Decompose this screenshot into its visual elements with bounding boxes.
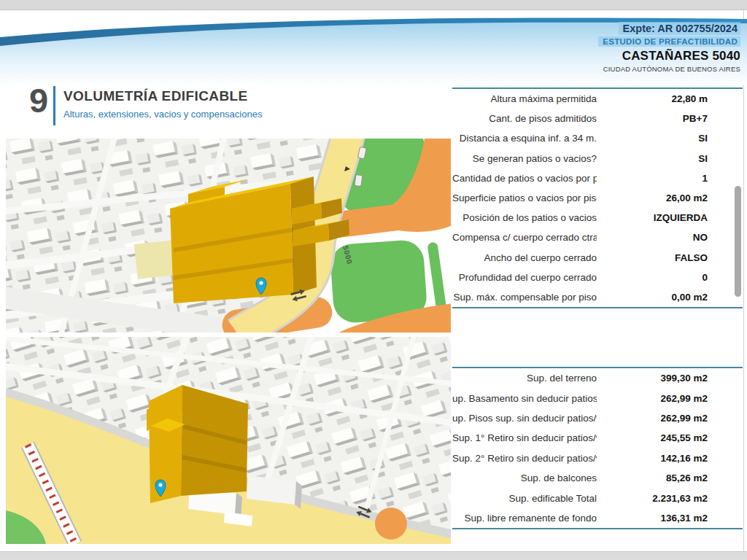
map-3d-bottom bbox=[6, 337, 451, 544]
row-label: Sup. 1° Retiro sin deducir patios/vacios bbox=[452, 432, 597, 443]
section-title: VOLUMETRÍA EDIFICABLE bbox=[63, 88, 248, 104]
table-row: Sup. de balcones85,26 m2 bbox=[452, 468, 743, 488]
row-value: 0 bbox=[597, 272, 743, 283]
section-divider bbox=[53, 86, 55, 125]
table-row: Sup. edificable Total2.231,63 m2 bbox=[452, 488, 743, 508]
row-label: up. Basamento sin deducir patios/vacios bbox=[452, 393, 597, 404]
table-row: Cant. de pisos admitidosPB+7 bbox=[452, 109, 743, 128]
row-value: IZQUIERDA bbox=[597, 212, 743, 223]
row-label: Sup. edificable Total bbox=[452, 493, 597, 504]
row-value: SI bbox=[597, 133, 743, 144]
volumetry-parameters-table: Altura máxima permitida22,80 m Cant. de … bbox=[452, 88, 743, 308]
row-label: Superficie patios o vacios por piso bbox=[452, 192, 597, 203]
project-city: CIUDAD AUTÓNOMA DE BUENOS AIRES bbox=[598, 66, 740, 73]
row-label: Sup. máx. compensable por piso bbox=[452, 292, 597, 303]
table-row: Compensa c/ cuerpo cerrado ctrafte?NO bbox=[452, 228, 743, 247]
row-value: 85,26 m2 bbox=[597, 472, 743, 483]
row-value: NO bbox=[597, 232, 743, 243]
row-label: Distancia a esquina inf. a 34 m. bbox=[452, 133, 597, 144]
row-value: 399,30 m2 bbox=[597, 373, 743, 384]
table-row: Posición de los patios o vaciosIZQUIERDA bbox=[452, 208, 743, 228]
row-value: 26,00 m2 bbox=[597, 192, 743, 203]
row-label: Altura máxima permitida bbox=[452, 93, 597, 104]
table-row: Altura máxima permitida22,80 m bbox=[452, 89, 743, 109]
row-label: Compensa c/ cuerpo cerrado ctrafte? bbox=[452, 232, 597, 243]
row-value: 2.231,63 m2 bbox=[597, 493, 743, 504]
row-label: Cantidad de patios o vacios por piso bbox=[452, 173, 597, 184]
row-value: 245,55 m2 bbox=[597, 432, 743, 443]
row-value: 0,00 m2 bbox=[597, 292, 743, 303]
row-label: up. Pisos sup. sin deducir patios/vacios bbox=[452, 413, 597, 424]
table-row: Ancho del cuerpo cerradoFALSO bbox=[452, 248, 743, 268]
table-row: Sup. del terreno399,30 m2 bbox=[452, 368, 743, 388]
table-row: Distancia a esquina inf. a 34 m.SI bbox=[452, 128, 743, 148]
table-row: up. Pisos sup. sin deducir patios/vacios… bbox=[452, 408, 743, 428]
row-label: Sup. del terreno bbox=[452, 373, 597, 384]
table-row: Superficie patios o vacios por piso26,00… bbox=[452, 188, 743, 208]
viewer-top-bar bbox=[0, 0, 747, 10]
surfaces-table: Sup. del terreno399,30 m2 up. Basamento … bbox=[452, 367, 743, 529]
row-label: Se generan patios o vacios? bbox=[452, 153, 597, 164]
row-label: Sup. 2° Retiro sin deducir patios/vacios bbox=[452, 453, 597, 464]
document-header: Expte: AR 002755/2024 ESTUDIO DE PREFACT… bbox=[598, 22, 740, 73]
row-label: Ancho del cuerpo cerrado bbox=[452, 252, 597, 263]
viewer-bottom-bar bbox=[0, 551, 747, 560]
project-address: CASTAÑARES 5040 bbox=[598, 50, 740, 62]
study-type: ESTUDIO DE PREFACTIBILIDAD bbox=[598, 36, 740, 47]
row-value: 22,80 m bbox=[597, 93, 743, 104]
section-subtitle: Alturas, extensiones, vacios y compensac… bbox=[63, 109, 262, 120]
row-value: 1 bbox=[597, 173, 743, 184]
page-edge bbox=[743, 9, 744, 551]
expediente-number: Expte: AR 002755/2024 bbox=[619, 22, 740, 35]
table-row: Sup. máx. compensable por piso0,00 m2 bbox=[452, 287, 743, 307]
row-value: 262,99 m2 bbox=[597, 393, 743, 404]
row-label: Profundidad del cuerpo cerrado bbox=[452, 272, 597, 283]
table-row: Sup. 2° Retiro sin deducir patios/vacios… bbox=[452, 448, 743, 468]
row-label: Sup. de balcones bbox=[452, 472, 597, 483]
row-value: 262,99 m2 bbox=[597, 413, 743, 424]
table-row: Cantidad de patios o vacios por piso1 bbox=[452, 168, 743, 188]
row-value: FALSO bbox=[597, 252, 743, 263]
row-value: 142,16 m2 bbox=[597, 453, 743, 464]
row-label: Cant. de pisos admitidos bbox=[452, 113, 597, 124]
vacant-lot bbox=[134, 240, 178, 279]
table-row: up. Basamento sin deducir patios/vacios2… bbox=[452, 388, 743, 408]
row-value: PB+7 bbox=[597, 113, 743, 124]
map-3d-top: 5000 bbox=[6, 139, 451, 332]
row-label: Sup. libre remanente de fondo bbox=[452, 513, 597, 524]
row-label: Posición de los patios o vacios bbox=[452, 212, 597, 223]
row-value: SI bbox=[597, 153, 743, 164]
row-value: 136,31 m2 bbox=[597, 513, 743, 524]
table-row: Se generan patios o vacios?SI bbox=[452, 149, 743, 168]
table-row: Profundidad del cuerpo cerrado0 bbox=[452, 268, 743, 287]
table-row: Sup. 1° Retiro sin deducir patios/vacios… bbox=[452, 428, 743, 448]
roundabout bbox=[375, 508, 407, 540]
table-row: Sup. libre remanente de fondo136,31 m2 bbox=[452, 508, 743, 528]
section-number: 9 bbox=[29, 83, 48, 117]
